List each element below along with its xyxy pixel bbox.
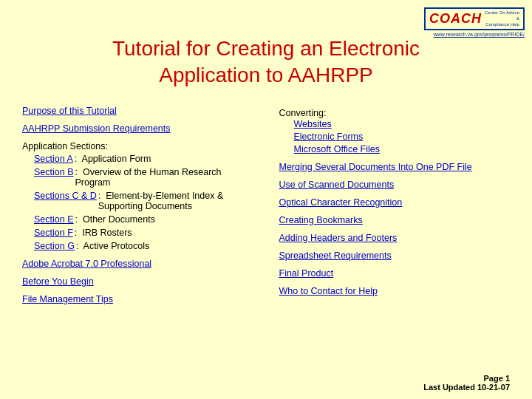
section-g-link[interactable]: Section G — [34, 241, 75, 251]
link-websites[interactable]: Websites — [294, 119, 511, 129]
converting-label: Converting: — [279, 108, 327, 118]
section-a-desc: : Application Form — [75, 154, 151, 164]
section-b-link[interactable]: Section B — [34, 167, 74, 177]
link-file-management[interactable]: File Management Tips — [22, 294, 253, 304]
app-sections-label: Application Sections: — [22, 141, 253, 151]
converting-links: Websites Electronic Forms Microsoft Offi… — [279, 119, 511, 154]
link-before-you-begin[interactable]: Before You Begin — [22, 276, 253, 287]
section-b-row: Section B : Overview of the Human Resear… — [34, 167, 253, 188]
section-g-desc: : Active Protocols — [76, 241, 149, 251]
footer: Page 1 Last Updated 10-21-07 — [423, 374, 510, 392]
section-cd-row: Sections C & D : Element-by-Element Inde… — [34, 191, 253, 211]
link-purpose[interactable]: Purpose of this Tutorial — [22, 106, 253, 116]
link-merging-docs[interactable]: Merging Several Documents Into One PDF F… — [279, 162, 511, 172]
left-column: Purpose of this Tutorial AAHRPP Submissi… — [22, 106, 261, 312]
last-updated: Last Updated 10-21-07 — [423, 383, 510, 392]
section-e-link[interactable]: Section E — [34, 214, 74, 225]
application-sections-group: Application Sections: Section A : Applic… — [22, 141, 253, 251]
link-final-product[interactable]: Final Product — [279, 268, 511, 279]
section-a-row: Section A : Application Form — [34, 154, 253, 164]
link-acrobat[interactable]: Adobe Acrobat 7.0 Professional — [22, 259, 253, 269]
link-who-to-contact[interactable]: Who to Contact for Help — [279, 286, 511, 296]
link-headers-footers[interactable]: Adding Headers and Footers — [279, 233, 511, 243]
converting-block: Converting: Websites Electronic Forms Mi… — [279, 106, 511, 154]
section-b-desc: : Overview of the Human Research Program — [75, 167, 253, 188]
section-f-link[interactable]: Section F — [34, 228, 73, 238]
coach-logo-text: COACH — [429, 11, 482, 27]
sections-indent: Section A : Application Form Section B :… — [22, 154, 253, 251]
section-f-row: Section F : IRB Rosters — [34, 228, 253, 238]
section-a-link[interactable]: Section A — [34, 154, 73, 164]
logo-url-link[interactable]: www.research.va.gov/programs/PRIDE/ — [424, 32, 525, 37]
link-scanned-docs[interactable]: Use of Scanned Documents — [279, 180, 511, 190]
main-title: Tutorial for Creating an Electronic Appl… — [22, 35, 510, 89]
link-bookmarks[interactable]: Creating Bookmarks — [279, 215, 511, 225]
link-aahrpp-submission[interactable]: AAHRPP Submission Requirements — [22, 123, 253, 134]
link-microsoft-office[interactable]: Microsoft Office Files — [294, 144, 511, 154]
link-electronic-forms[interactable]: Electronic Forms — [294, 132, 511, 142]
link-ocr[interactable]: Optical Character Recognition — [279, 197, 511, 208]
section-g-row: Section G : Active Protocols — [34, 241, 253, 251]
section-cd-link[interactable]: Sections C & D — [34, 191, 97, 201]
content-columns: Purpose of this Tutorial AAHRPP Submissi… — [22, 106, 510, 312]
link-spreadsheet-req[interactable]: Spreadsheet Requirements — [279, 250, 511, 261]
main-page: COACH Center On Advice & Compliance Help… — [0, 0, 532, 399]
logo-tagline: Center On Advice & Compliance Help — [485, 10, 519, 27]
right-column: Converting: Websites Electronic Forms Mi… — [276, 106, 511, 312]
logo-area: COACH Center On Advice & Compliance Help… — [424, 7, 525, 37]
logo-box: COACH Center On Advice & Compliance Help — [424, 7, 525, 30]
section-cd-desc: : Element-by-Element Index & Supporting … — [98, 191, 253, 211]
section-e-desc: : Other Documents — [75, 214, 155, 225]
section-f-desc: : IRB Rosters — [75, 228, 132, 238]
page-number: Page 1 — [423, 374, 510, 383]
section-e-row: Section E : Other Documents — [34, 214, 253, 225]
title-area: Tutorial for Creating an Electronic Appl… — [22, 35, 510, 89]
